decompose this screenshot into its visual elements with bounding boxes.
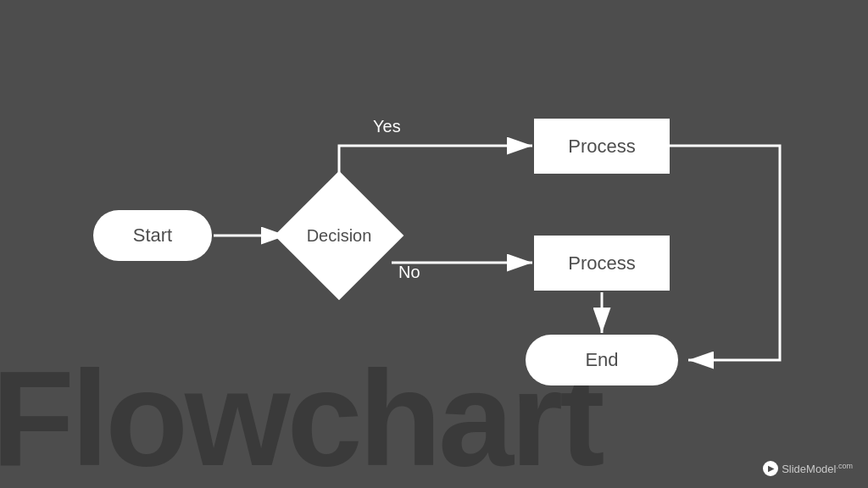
- decision-label: Decision: [307, 226, 372, 246]
- logo: ▶ SlideModel.com: [763, 461, 853, 476]
- process-top-label: Process: [568, 136, 635, 158]
- process-top-shape: Process: [534, 119, 670, 174]
- slide: Flowchart: [0, 0, 868, 488]
- logo-suffix: .com: [836, 462, 853, 470]
- yes-label: Yes: [373, 117, 401, 136]
- no-label: No: [398, 263, 420, 282]
- logo-text: SlideModel.com: [782, 462, 853, 475]
- logo-icon: ▶: [763, 461, 778, 476]
- end-label: End: [585, 349, 618, 371]
- end-shape: End: [526, 335, 678, 385]
- process-bottom-label: Process: [568, 252, 635, 274]
- decision-shape: Decision: [288, 185, 390, 286]
- flowchart-area: Start Decision Process Process End Yes N…: [42, 42, 839, 398]
- start-shape: Start: [93, 210, 212, 261]
- process-bottom-shape: Process: [534, 236, 670, 291]
- start-label: Start: [133, 225, 172, 247]
